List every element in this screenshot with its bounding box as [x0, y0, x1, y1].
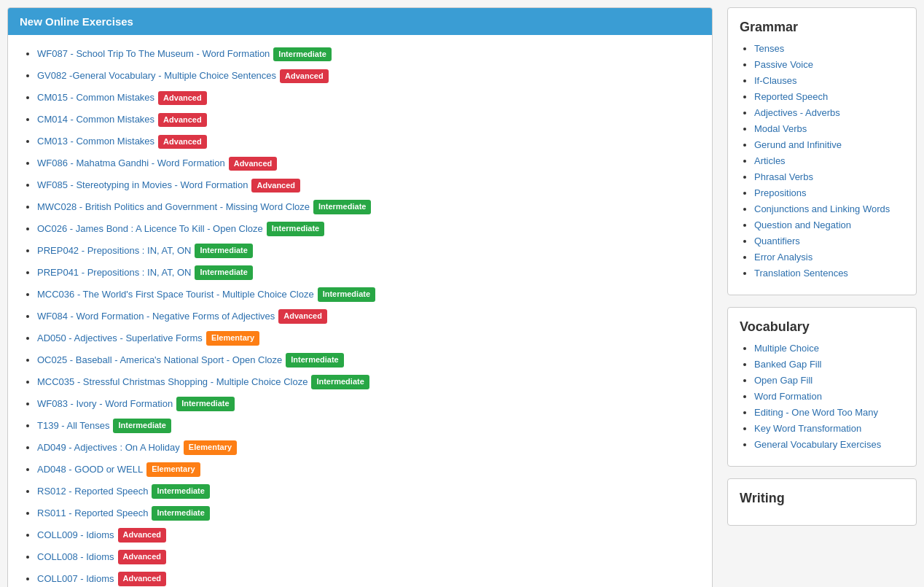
exercises-body: WF087 - School Trip To The Museum - Word… [8, 35, 712, 587]
grammar-link[interactable]: Modal Verbs [754, 123, 807, 134]
grammar-link[interactable]: Phrasal Verbs [754, 171, 813, 182]
list-item: AD049 - Adjectives : On A HolidayElement… [37, 440, 697, 455]
level-badge: Advanced [118, 572, 167, 586]
grammar-link[interactable]: Error Analysis [754, 252, 813, 263]
exercise-link[interactable]: AD048 - GOOD or WELL [37, 464, 143, 475]
vocabulary-link[interactable]: Banked Gap Fill [754, 359, 822, 370]
list-item: Key Word Transformation [754, 422, 904, 434]
list-item: CM015 - Common MistakesAdvanced [37, 90, 697, 105]
exercise-link[interactable]: MCC036 - The World's First Space Tourist… [37, 289, 314, 300]
list-item: MWC028 - British Politics and Government… [37, 200, 697, 214]
exercise-link[interactable]: OC025 - Baseball - America's National Sp… [37, 354, 282, 365]
list-item: Banked Gap Fill [754, 358, 904, 370]
list-item: Modal Verbs [754, 123, 904, 134]
list-item: If-Clauses [754, 74, 904, 86]
exercise-link[interactable]: MCC035 - Stressful Christmas Shopping - … [37, 376, 308, 387]
exercises-header: New Online Exercises [8, 8, 712, 35]
list-item: AD048 - GOOD or WELLElementary [37, 462, 697, 477]
vocabulary-link[interactable]: Word Formation [754, 391, 822, 402]
vocabulary-link[interactable]: Multiple Choice [754, 343, 819, 354]
exercise-link[interactable]: AD049 - Adjectives : On A Holiday [37, 442, 180, 453]
level-badge: Intermediate [273, 47, 331, 61]
grammar-link[interactable]: If-Clauses [754, 75, 797, 86]
list-item: Multiple Choice [754, 342, 904, 354]
exercise-link[interactable]: PREP041 - Prepositions : IN, AT, ON [37, 267, 191, 278]
vocabulary-section: Vocabulary Multiple ChoiceBanked Gap Fil… [727, 307, 917, 467]
grammar-link[interactable]: Translation Sentences [754, 268, 848, 279]
list-item: COLL008 - IdiomsAdvanced [37, 550, 697, 564]
exercise-link[interactable]: PREP042 - Prepositions : IN, AT, ON [37, 245, 191, 256]
vocabulary-link[interactable]: Key Word Transformation [754, 423, 861, 434]
exercise-link[interactable]: GV082 -General Vocabulary - Multiple Cho… [37, 70, 276, 81]
grammar-link[interactable]: Tenses [754, 43, 784, 54]
list-item: MCC036 - The World's First Space Tourist… [37, 287, 697, 302]
exercise-link[interactable]: WF085 - Stereotyping in Movies - Word Fo… [37, 179, 248, 190]
list-item: Gerund and Infinitive [754, 139, 904, 150]
vocabulary-link[interactable]: General Vocabulary Exercises [754, 439, 881, 450]
grammar-link[interactable]: Passive Voice [754, 59, 813, 70]
exercise-link[interactable]: WF083 - Ivory - Word Formation [37, 398, 173, 409]
list-item: WF083 - Ivory - Word FormationIntermedia… [37, 397, 697, 411]
exercise-link[interactable]: MWC028 - British Politics and Government… [37, 201, 310, 212]
exercise-link[interactable]: WF084 - Word Formation - Negative Forms … [37, 311, 275, 322]
grammar-section: Grammar TensesPassive VoiceIf-ClausesRep… [727, 7, 917, 295]
exercise-link[interactable]: COLL008 - Idioms [37, 551, 114, 562]
grammar-link[interactable]: Reported Speech [754, 91, 828, 102]
grammar-link[interactable]: Conjunctions and Linking Words [754, 203, 890, 214]
level-badge: Advanced [229, 157, 278, 171]
exercise-link[interactable]: RS012 - Reported Speech [37, 486, 148, 497]
level-badge: Advanced [278, 309, 327, 323]
list-item: PREP041 - Prepositions : IN, AT, ONInter… [37, 265, 697, 280]
writing-section: Writing [727, 478, 917, 526]
level-badge: Intermediate [176, 397, 234, 411]
list-item: Passive Voice [754, 58, 904, 70]
list-item: COLL007 - IdiomsAdvanced [37, 572, 697, 586]
list-item: OC025 - Baseball - America's National Sp… [37, 353, 697, 368]
level-badge: Intermediate [195, 265, 252, 279]
grammar-link[interactable]: Quantifiers [754, 236, 800, 246]
exercise-link[interactable]: RS011 - Reported Speech [37, 508, 148, 518]
vocabulary-link[interactable]: Editing - One Word Too Many [754, 407, 878, 418]
level-badge: Advanced [158, 135, 207, 149]
grammar-link[interactable]: Adjectives - Adverbs [754, 107, 840, 118]
list-item: OC026 - James Bond : A Licence To Kill -… [37, 222, 697, 236]
grammar-list: TensesPassive VoiceIf-ClausesReported Sp… [740, 42, 904, 279]
exercises-title: New Online Exercises [20, 15, 133, 28]
list-item: Articles [754, 155, 904, 166]
list-item: MCC035 - Stressful Christmas Shopping - … [37, 375, 697, 389]
exercise-link[interactable]: CM015 - Common Mistakes [37, 92, 154, 103]
level-badge: Elementary [184, 440, 237, 454]
list-item: RS011 - Reported SpeechIntermediate [37, 506, 697, 521]
exercise-link[interactable]: AD050 - Adjectives - Superlative Forms [37, 333, 203, 343]
exercise-link[interactable]: COLL009 - Idioms [37, 529, 114, 540]
level-badge: Advanced [158, 113, 207, 127]
list-item: Prepositions [754, 187, 904, 198]
grammar-link[interactable]: Prepositions [754, 187, 807, 198]
list-item: Question and Negation [754, 219, 904, 230]
level-badge: Advanced [280, 69, 329, 83]
grammar-link[interactable]: Question and Negation [754, 219, 851, 230]
grammar-title: Grammar [740, 20, 904, 35]
grammar-link[interactable]: Gerund and Infinitive [754, 139, 842, 150]
level-badge: Intermediate [152, 484, 209, 498]
list-item: PREP042 - Prepositions : IN, AT, ONInter… [37, 244, 697, 258]
list-item: Reported Speech [754, 90, 904, 102]
level-badge: Advanced [251, 179, 300, 193]
list-item: General Vocabulary Exercises [754, 438, 904, 450]
exercise-link[interactable]: COLL007 - Idioms [37, 573, 114, 584]
exercise-link[interactable]: WF087 - School Trip To The Museum - Word… [37, 48, 270, 59]
exercise-link[interactable]: OC026 - James Bond : A Licence To Kill -… [37, 223, 263, 234]
list-item: Adjectives - Adverbs [754, 106, 904, 118]
exercise-link[interactable]: CM014 - Common Mistakes [37, 114, 154, 125]
list-item: Translation Sentences [754, 267, 904, 279]
sidebar: Grammar TensesPassive VoiceIf-ClausesRep… [727, 7, 917, 587]
exercise-link[interactable]: WF086 - Mahatma Gandhi - Word Formation [37, 158, 225, 168]
level-badge: Advanced [118, 528, 167, 542]
exercise-link[interactable]: T139 - All Tenses [37, 420, 109, 431]
exercise-link[interactable]: CM013 - Common Mistakes [37, 136, 154, 147]
level-badge: Intermediate [286, 353, 343, 367]
vocabulary-link[interactable]: Open Gap Fill [754, 375, 813, 386]
grammar-link[interactable]: Articles [754, 155, 786, 166]
level-badge: Intermediate [267, 222, 324, 236]
level-badge: Elementary [146, 462, 200, 476]
